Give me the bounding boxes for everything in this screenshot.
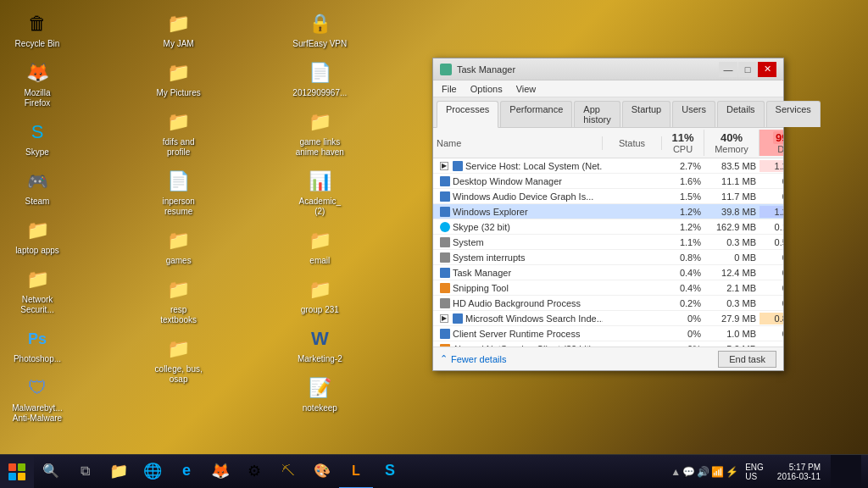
taskbar-minecraft[interactable]: ⛏: [271, 455, 305, 489]
maximize-button[interactable]: □: [738, 62, 757, 77]
tab-startup[interactable]: Startup: [622, 101, 670, 127]
tab-processes[interactable]: Processes: [437, 101, 498, 128]
icon-recycle-bin[interactable]: 🗑 Recycle Bin: [7, 7, 68, 53]
language-indicator[interactable]: ENG US: [742, 463, 767, 481]
icon-college-bus[interactable]: 📁 college, bus, osap: [148, 332, 209, 388]
start-button[interactable]: [0, 455, 34, 489]
icon-malwarebytes[interactable]: 🛡 Malwarebyt... Anti-Malware: [7, 371, 68, 427]
tm-title: Task Manager: [457, 64, 719, 75]
col-disk[interactable]: 99% Disk: [760, 130, 783, 156]
table-row[interactable]: Client Server Runtime Process 0% 1.0 MB …: [433, 326, 783, 341]
taskbar-app-extra[interactable]: 🎨: [305, 455, 339, 489]
windows-logo-quadrant: [18, 473, 25, 480]
tab-services[interactable]: Services: [766, 101, 821, 127]
table-row[interactable]: Skype (32 bit) 1.2% 162.9 MB 0.1 MB/s 0.…: [433, 219, 783, 235]
table-row[interactable]: Desktop Window Manager 1.6% 11.1 MB 0 MB…: [433, 174, 783, 189]
table-row[interactable]: System interrupts 0.8% 0 MB 0 MB/s 0 Mbp…: [433, 250, 783, 265]
taskbar-ie[interactable]: e: [170, 455, 203, 489]
icon-resp[interactable]: 📁 resp textbooks: [148, 273, 209, 329]
taskbar-chrome[interactable]: 🌐: [136, 455, 170, 489]
icon-photoshop[interactable]: Ps Photoshop...: [7, 322, 68, 368]
tm-app-icon: [440, 64, 452, 75]
desktop-icon-area: 🗑 Recycle Bin 🦊 Mozilla Firefox S Skype …: [7, 7, 431, 439]
icon-skype[interactable]: S Skype: [7, 115, 68, 161]
taskbar-chrome2[interactable]: ⚙: [237, 455, 271, 489]
icon-pdf[interactable]: 📄 2012909967...: [289, 56, 350, 102]
icon-marketing[interactable]: W Marketing-2: [289, 322, 350, 368]
icon-steam[interactable]: 🎮 Steam: [7, 164, 68, 210]
windows-logo-quadrant: [18, 463, 25, 471]
menu-options[interactable]: Options: [465, 83, 508, 95]
tray-icon-2[interactable]: 🔊: [697, 466, 709, 478]
icon-my-pictures[interactable]: 📁 My Pictures: [148, 56, 209, 102]
time: 5:17 PM: [777, 463, 821, 472]
icon-network[interactable]: 📁 Network Securit...: [7, 263, 68, 319]
show-desktop[interactable]: [831, 455, 861, 489]
icon-group-231[interactable]: 📁 group 231: [289, 273, 350, 319]
tray-icon-3[interactable]: 📶: [711, 466, 724, 478]
window-controls: — □ ✕: [719, 62, 776, 77]
taskbar-search[interactable]: 🔍: [34, 455, 68, 489]
taskbar-folder[interactable]: 📁: [102, 455, 136, 489]
process-table: ▶Service Host: Local System (Net... 2.7%…: [433, 158, 783, 347]
end-task-button[interactable]: End task: [718, 351, 776, 368]
icon-surfshark[interactable]: 🔒 SurfEasy VPN: [289, 7, 350, 53]
table-row[interactable]: System 1.1% 0.3 MB 0.5 MB/s 0 Mbps: [433, 235, 783, 250]
tray-icon-1[interactable]: 💬: [682, 466, 695, 478]
menu-view[interactable]: View: [511, 83, 542, 95]
windows-logo-quadrant: [8, 473, 16, 480]
table-row-selected[interactable]: Windows Explorer 1.2% 39.8 MB 1.2 MB/s 0…: [433, 204, 783, 219]
task-manager-window: Task Manager — □ ✕ File Options View Pro…: [432, 58, 784, 371]
close-button[interactable]: ✕: [758, 62, 776, 77]
icon-notekeep[interactable]: 📝 notekeep: [289, 371, 350, 417]
icon-my-jam[interactable]: 📁 My JAM: [148, 7, 209, 53]
taskbar-skype[interactable]: S: [373, 455, 407, 489]
icon-laptop-apps[interactable]: 📁 laptop apps: [7, 214, 68, 259]
col-memory[interactable]: 40% Memory: [704, 130, 760, 156]
taskbar-listary[interactable]: L: [339, 455, 373, 489]
taskbar: 🔍 ⧉ 📁 🌐 e 🦊 ⚙ ⛏ 🎨: [0, 454, 868, 488]
icon-academic[interactable]: 📊 Academic_ (2): [289, 164, 350, 220]
icon-game-links[interactable]: 📁 game links anime haven: [289, 105, 350, 161]
windows-logo-quadrant: [8, 463, 16, 471]
table-row[interactable]: ▶Service Host: Local System (Net... 2.7%…: [433, 158, 783, 174]
icon-inperson[interactable]: 📄 inperson resume: [148, 164, 209, 220]
taskbar-firefox[interactable]: 🦊: [203, 455, 237, 489]
system-tray: ▲ 💬 🔊 📶 ⚡ ENG US 5:17 PM 2016-03-11: [664, 455, 868, 488]
tab-users[interactable]: Users: [672, 101, 715, 127]
table-row[interactable]: ▶Microsoft Windows Search Inde... 0% 27.…: [433, 311, 783, 326]
table-row[interactable]: HD Audio Background Process 0.2% 0.3 MB …: [433, 296, 783, 311]
fewer-details-button[interactable]: ⌃ Fewer details: [440, 353, 506, 364]
tm-footer: ⌃ Fewer details End task: [433, 347, 783, 370]
desktop: 🗑 Recycle Bin 🦊 Mozilla Firefox S Skype …: [0, 0, 868, 488]
tab-performance[interactable]: Performance: [500, 101, 572, 127]
tray-icon-4[interactable]: ⚡: [726, 466, 738, 478]
taskbar-apps: 🔍 ⧉ 📁 🌐 e 🦊 ⚙ ⛏ 🎨: [34, 455, 664, 488]
menu-bar: File Options View: [433, 80, 783, 97]
minimize-button[interactable]: —: [719, 62, 737, 77]
column-headers: Name Status 11% CPU 40% Memory 99% Disk: [433, 128, 783, 158]
col-status[interactable]: Status: [603, 136, 662, 150]
taskbar-task-view[interactable]: ⧉: [68, 455, 102, 489]
icon-games[interactable]: 📁 games: [148, 224, 209, 269]
date: 2016-03-11: [777, 472, 821, 481]
icon-email[interactable]: 📁 email: [289, 224, 350, 269]
icon-firefox[interactable]: 🦊 Mozilla Firefox: [7, 56, 68, 112]
tray-up-arrow[interactable]: ▲: [670, 466, 681, 478]
sys-tray-icons: ▲ 💬 🔊 📶 ⚡: [670, 466, 738, 478]
tab-details[interactable]: Details: [717, 101, 765, 127]
icon-fdifs[interactable]: 📁 fdifs and profile: [148, 105, 209, 161]
process-content: Name Status 11% CPU 40% Memory 99% Disk: [433, 128, 783, 347]
table-row[interactable]: Snipping Tool 0.4% 2.1 MB 0 MB/s 0 Mbps: [433, 280, 783, 296]
table-row[interactable]: Windows Audio Device Graph Is... 1.5% 11…: [433, 189, 783, 204]
titlebar: Task Manager — □ ✕: [433, 58, 783, 80]
menu-file[interactable]: File: [437, 83, 462, 95]
clock-display[interactable]: 5:17 PM 2016-03-11: [771, 463, 827, 481]
table-row[interactable]: Task Manager 0.4% 12.4 MB 0 MB/s 0 Mbps: [433, 265, 783, 280]
tab-bar: Processes Performance App history Startu…: [433, 97, 783, 128]
col-name[interactable]: Name: [433, 136, 603, 150]
tab-app-history[interactable]: App history: [574, 101, 620, 127]
col-cpu[interactable]: 11% CPU: [662, 130, 704, 156]
